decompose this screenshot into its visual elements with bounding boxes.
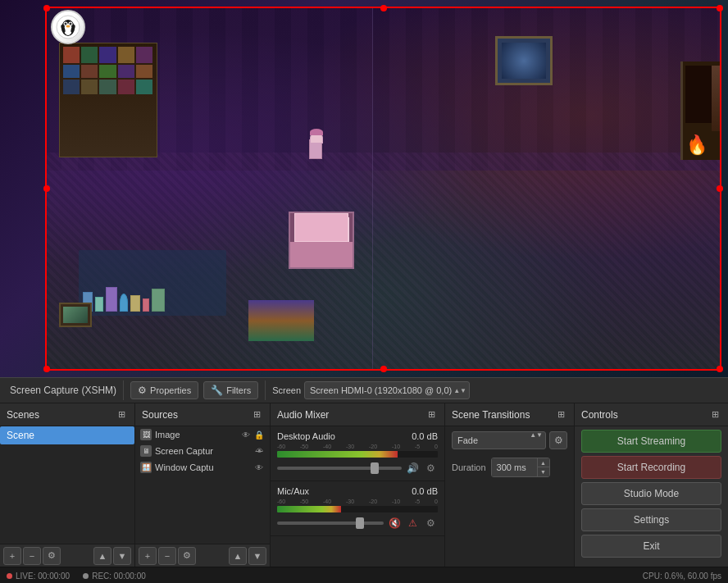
scenes-header-icons: ⊞ xyxy=(115,408,128,421)
scenes-add-button[interactable]: + xyxy=(3,547,21,565)
transitions-header-icons: ⊞ xyxy=(554,408,567,421)
audio-title: Audio Mixer xyxy=(277,409,329,421)
mic-audio-meter xyxy=(277,506,438,512)
duration-down-button[interactable]: ▼ xyxy=(538,467,549,476)
live-status: LIVE: 00:00:00 xyxy=(7,572,70,581)
transitions-header: Scene Transitions ⊞ xyxy=(445,403,574,426)
start-streaming-button[interactable]: Start Streaming xyxy=(581,430,721,453)
obs-logo xyxy=(51,10,92,51)
sources-config-icon[interactable]: ⊞ xyxy=(250,408,263,421)
pixel-bookshelf xyxy=(59,43,157,157)
transition-select[interactable]: Fade Cut Swipe Slide xyxy=(452,431,546,449)
sources-header-icons: ⊞ xyxy=(250,408,263,421)
duration-input[interactable] xyxy=(492,458,537,476)
toolbar: Screen Capture (XSHM) ⚙ Properties 🔧 Fil… xyxy=(0,377,728,403)
sources-panel: Sources ⊞ 🖼 Image 👁 🔒 🖥 Screen Captur 👁 xyxy=(135,403,271,567)
source-name-window: Window Captu xyxy=(155,462,250,472)
mic-audio-label: Mic/Aux xyxy=(277,486,309,496)
screen-section: Screen Screen HDMI-0 (1920x1080 @ 0,0) ▲… xyxy=(266,380,476,400)
live-indicator xyxy=(7,573,12,579)
source-icon-image: 🖼 xyxy=(140,429,152,440)
mic-meter-ticks: -60 -50 -40 -30 -20 -10 -5 0 xyxy=(277,499,438,506)
svg-point-6 xyxy=(70,23,72,25)
controls-header-icons: ⊞ xyxy=(708,408,721,421)
svg-point-7 xyxy=(66,25,71,28)
properties-button[interactable]: ⚙ Properties xyxy=(130,381,198,399)
scenes-title: Scenes xyxy=(7,409,39,421)
cpu-label: CPU: 0.6%, 60.00 fps xyxy=(643,572,721,581)
sources-remove-button[interactable]: − xyxy=(158,547,176,565)
filters-icon: 🔧 xyxy=(211,385,223,396)
transitions-panel: Scene Transitions ⊞ Fade Cut Swipe Slide… xyxy=(445,403,575,567)
capture-section: Screen Capture (XSHM) xyxy=(3,380,124,400)
scenes-up-button[interactable]: ▲ xyxy=(93,547,111,565)
screen-select[interactable]: Screen HDMI-0 (1920x1080 @ 0,0) xyxy=(304,381,470,399)
sources-settings-button[interactable]: ⚙ xyxy=(178,547,196,565)
game-preview: 🔥 xyxy=(45,7,721,371)
source-name-image: Image xyxy=(155,430,237,440)
desktop-audio-db: 0.0 dB xyxy=(412,431,438,441)
scenes-settings-button[interactable]: ⚙ xyxy=(43,547,61,565)
transition-settings-button[interactable]: ⚙ xyxy=(549,431,567,449)
scenes-down-button[interactable]: ▼ xyxy=(113,547,131,565)
pixel-character xyxy=(309,139,322,159)
screen-dropdown-wrapper: Screen HDMI-0 (1920x1080 @ 0,0) ▲▼ xyxy=(304,381,470,399)
sources-up-button[interactable]: ▲ xyxy=(229,547,247,565)
start-recording-button[interactable]: Start Recording xyxy=(581,456,721,479)
controls-content: Start Streaming Start Recording Studio M… xyxy=(575,426,728,567)
scenes-list: Scene xyxy=(0,426,134,544)
transition-select-wrapper: Fade Cut Swipe Slide ▲▼ xyxy=(452,431,546,449)
settings-button[interactable]: Settings xyxy=(581,508,721,531)
source-item-screen[interactable]: 🖥 Screen Captur 👁 xyxy=(135,443,270,459)
source-item-image[interactable]: 🖼 Image 👁 🔒 xyxy=(135,426,270,443)
mic-mute-icon[interactable]: 🔇 xyxy=(387,516,402,531)
divider-vertical xyxy=(372,7,373,371)
sources-add-button[interactable]: + xyxy=(139,547,157,565)
studio-mode-button[interactable]: Studio Mode xyxy=(581,482,721,505)
rec-status: REC: 00:00:00 xyxy=(83,572,146,581)
audio-channel-mic: Mic/Aux 0.0 dB -60 -50 -40 -30 -20 -10 -… xyxy=(271,481,444,536)
desktop-audio-settings-icon[interactable]: ⚙ xyxy=(423,461,438,476)
audio-config-icon[interactable]: ⊞ xyxy=(425,408,438,421)
cpu-status: CPU: 0.6%, 60.00 fps xyxy=(643,572,721,581)
source-controls-window: 👁 xyxy=(253,462,265,473)
audio-header-icons: ⊞ xyxy=(425,408,438,421)
scenes-header: Scenes ⊞ xyxy=(0,403,134,426)
scene-item[interactable]: Scene xyxy=(0,426,134,444)
source-visible-image[interactable]: 👁 xyxy=(240,429,252,440)
properties-label: Properties xyxy=(150,385,191,395)
desktop-audio-header: Desktop Audio 0.0 dB xyxy=(277,431,438,441)
filters-button[interactable]: 🔧 Filters xyxy=(203,381,258,399)
desktop-audio-monitor-icon[interactable]: 🔊 xyxy=(405,461,420,476)
sources-title: Sources xyxy=(142,409,178,421)
source-lock-image[interactable]: 🔒 xyxy=(253,429,265,440)
controls-config-icon[interactable]: ⊞ xyxy=(708,408,721,421)
controls-panel: Controls ⊞ Start Streaming Start Recordi… xyxy=(575,403,728,567)
transitions-config-icon[interactable]: ⊞ xyxy=(554,408,567,421)
scenes-remove-button[interactable]: − xyxy=(23,547,41,565)
filters-label: Filters xyxy=(226,385,251,395)
desktop-meter-ticks: -60 -50 -40 -30 -20 -10 -5 0 xyxy=(277,444,438,451)
mic-alert-icon[interactable]: ⚠ xyxy=(405,516,420,531)
source-item-window[interactable]: 🪟 Window Captu 👁 xyxy=(135,459,270,476)
duration-row: Duration ▲ ▼ xyxy=(445,454,574,481)
scenes-panel: Scenes ⊞ Scene + − ⚙ ▲ ▼ xyxy=(0,403,135,567)
mic-audio-db: 0.0 dB xyxy=(412,486,438,496)
mic-fader[interactable] xyxy=(277,522,384,525)
sources-down-button[interactable]: ▼ xyxy=(248,547,266,565)
source-visible-screen[interactable]: 👁 xyxy=(253,445,265,457)
exit-button[interactable]: Exit xyxy=(581,535,721,558)
duration-up-button[interactable]: ▲ xyxy=(538,458,549,467)
source-controls-image: 👁 🔒 xyxy=(240,429,265,440)
scenes-config-icon[interactable]: ⊞ xyxy=(115,408,128,421)
transition-type-row: Fade Cut Swipe Slide ▲▼ ⚙ xyxy=(445,426,574,454)
mic-audio-header: Mic/Aux 0.0 dB xyxy=(277,486,438,496)
capture-label: Screen Capture (XSHM) xyxy=(10,385,116,396)
desktop-fader[interactable] xyxy=(277,467,402,470)
rec-label: REC: 00:00:00 xyxy=(92,572,146,581)
panels-area: Scenes ⊞ Scene + − ⚙ ▲ ▼ Sources ⊞ xyxy=(0,403,728,567)
source-visible-window[interactable]: 👁 xyxy=(253,462,265,473)
duration-spinners: ▲ ▼ xyxy=(537,458,549,476)
live-label: LIVE: 00:00:00 xyxy=(16,572,70,581)
mic-settings-icon[interactable]: ⚙ xyxy=(423,516,438,531)
